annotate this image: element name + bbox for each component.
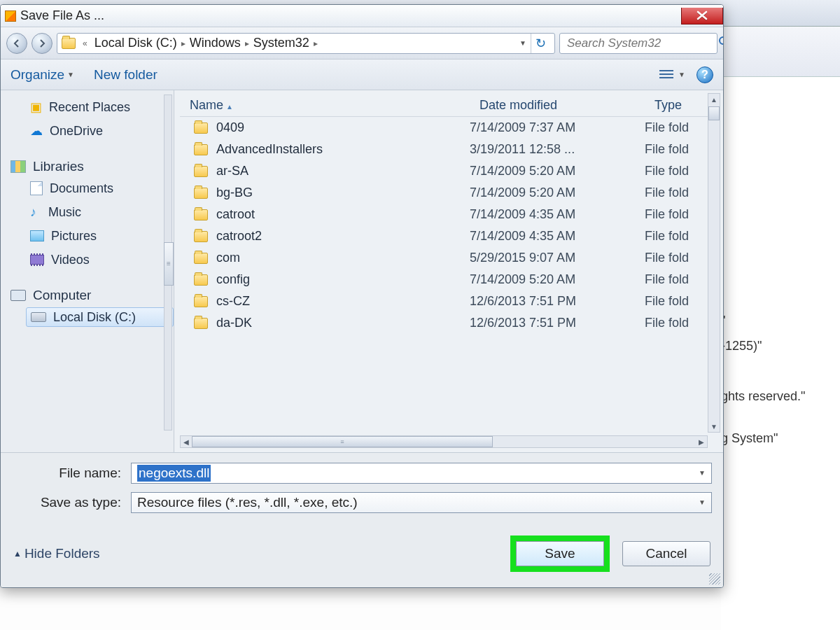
chevron-right-icon[interactable]: ▸ [244,38,251,48]
background-text: " -1255)" ghts reserved." g System" [721,77,840,630]
scroll-left-icon[interactable]: ◀ [181,436,192,447]
view-icon [659,69,674,81]
svg-point-0 [720,37,724,44]
nav-row: « Local Disk (C:)▸Windows▸System32▸ ▼ ↻ [1,27,723,59]
folder-icon [194,318,208,329]
search-box[interactable] [559,33,718,54]
save-as-type-dropdown[interactable]: Resource files (*.res, *.dll, *.exe, etc… [131,492,712,513]
titlebar[interactable]: Save File As ... [1,5,723,27]
file-row[interactable]: AdvancedInstallers3/19/2011 12:58 ...Fil… [180,139,708,160]
folder-icon [194,188,208,199]
pictures-icon [30,230,44,241]
column-name[interactable]: Name [190,98,223,112]
file-row[interactable]: config7/14/2009 5:20 AMFile fold [180,269,708,290]
resize-grip[interactable] [709,573,720,584]
dialog-button-row: ▲ Hide Folders Save Cancel [1,526,723,587]
save-type-dropdown-icon[interactable]: ▼ [699,498,706,506]
back-button[interactable] [6,33,27,54]
close-button[interactable] [681,8,723,24]
documents-icon [30,181,43,195]
search-icon [718,36,724,51]
hide-folders-link[interactable]: ▲ Hide Folders [13,546,100,561]
file-row[interactable]: ar-SA7/14/2009 5:20 AMFile fold [180,160,708,182]
scroll-right-icon[interactable]: ▶ [696,436,707,447]
sort-asc-icon: ▲ [226,103,233,111]
scroll-up-icon[interactable]: ▲ [708,94,720,105]
file-row[interactable]: da-DK12/6/2013 7:51 PMFile fold [180,312,708,334]
sidebar-videos[interactable]: Videos [26,250,174,270]
view-menu[interactable]: ▼ [659,69,685,81]
folder-icon [194,144,208,155]
file-list-header[interactable]: Name▲ Date modified Type [180,94,708,117]
forward-button[interactable] [31,33,52,54]
sidebar-onedrive[interactable]: ☁ OneDrive [26,121,174,141]
recent-places-icon: ▣ [30,99,42,115]
help-button[interactable]: ? [696,66,713,83]
breadcrumb-item[interactable]: Windows [190,36,241,50]
address-bar[interactable]: « Local Disk (C:)▸Windows▸System32▸ ▼ ↻ [57,33,555,54]
onedrive-icon: ☁ [30,123,43,139]
column-type[interactable]: Type [645,98,708,113]
folder-icon [194,253,208,264]
new-folder-button[interactable]: New folder [94,67,158,83]
sidebar-computer[interactable]: Computer [10,288,174,303]
sidebar-documents[interactable]: Documents [26,178,174,198]
chevron-right-icon[interactable]: ▸ [180,38,187,48]
chevron-left-icon[interactable]: « [81,38,89,48]
file-name-label: File name: [59,465,131,481]
scroll-down-icon[interactable]: ▼ [708,421,720,432]
file-row[interactable]: catroot7/14/2009 4:35 AMFile fold [180,204,708,225]
file-row[interactable]: catroot27/14/2009 4:35 AMFile fold [180,225,708,247]
save-button[interactable]: Save [516,541,604,566]
save-file-dialog: Save File As ... « Local Disk (C:)▸Windo… [0,4,724,588]
folder-icon [194,209,208,220]
file-hscrollbar[interactable]: ◀ ≡ ▶ [180,435,708,448]
vscroll-thumb[interactable] [708,106,720,120]
file-row[interactable]: cs-CZ12/6/2013 7:51 PMFile fold [180,290,708,312]
folder-icon [194,296,208,307]
sidebar-music[interactable]: ♪ Music [26,202,174,222]
sidebar-scrollbar[interactable] [164,94,172,430]
file-row[interactable]: com5/29/2015 9:07 AMFile fold [180,247,708,269]
computer-icon [10,290,26,301]
app-icon [5,10,16,22]
breadcrumb: Local Disk (C:)▸Windows▸System32▸ [94,36,319,50]
save-as-type-label: Save as type: [41,495,131,510]
svg-rect-2 [659,74,673,75]
file-row[interactable]: bg-BG7/14/2009 5:20 AMFile fold [180,182,708,204]
chevron-up-icon: ▲ [13,549,22,559]
search-input[interactable] [566,36,718,51]
file-name-dropdown-icon[interactable]: ▼ [699,469,706,477]
file-vscrollbar[interactable]: ▲ ▼ [708,93,720,433]
address-dropdown-icon[interactable]: ▼ [519,39,526,47]
disk-icon [31,312,46,322]
svg-rect-1 [659,70,673,71]
folder-icon [194,166,208,177]
videos-icon [30,255,44,265]
sidebar-libraries[interactable]: Libraries [10,159,174,174]
file-row[interactable]: 04097/14/2009 7:37 AMFile fold [180,117,708,139]
chevron-right-icon[interactable]: ▸ [312,38,319,48]
breadcrumb-item[interactable]: System32 [253,36,309,50]
cancel-button[interactable]: Cancel [622,541,710,566]
svg-rect-3 [659,77,673,78]
sidebar-recent-places[interactable]: ▣ Recent Places [26,97,174,117]
sidebar: ▣ Recent Places ☁ OneDrive Libraries Doc… [1,90,174,452]
toolbar: Organize▼ New folder ▼ ? [1,59,723,90]
sidebar-pictures[interactable]: Pictures [26,226,174,246]
folder-icon [194,122,208,134]
folder-icon [194,231,208,242]
folder-icon [62,38,76,49]
hscroll-thumb[interactable]: ≡ [192,436,493,447]
save-button-highlight: Save [510,536,610,572]
file-name-input[interactable]: negoexts.dll ▼ [131,463,712,484]
libraries-icon [10,160,26,173]
file-list-pane: Name▲ Date modified Type 04097/14/2009 7… [174,90,723,452]
sidebar-local-disk-c[interactable]: Local Disk (C:) [26,307,174,327]
folder-icon [194,274,208,286]
column-date[interactable]: Date modified [470,98,645,113]
window-title: Save File As ... [20,8,104,23]
breadcrumb-item[interactable]: Local Disk (C:) [94,36,177,50]
refresh-button[interactable]: ↻ [531,34,550,53]
organize-menu[interactable]: Organize▼ [10,67,74,83]
